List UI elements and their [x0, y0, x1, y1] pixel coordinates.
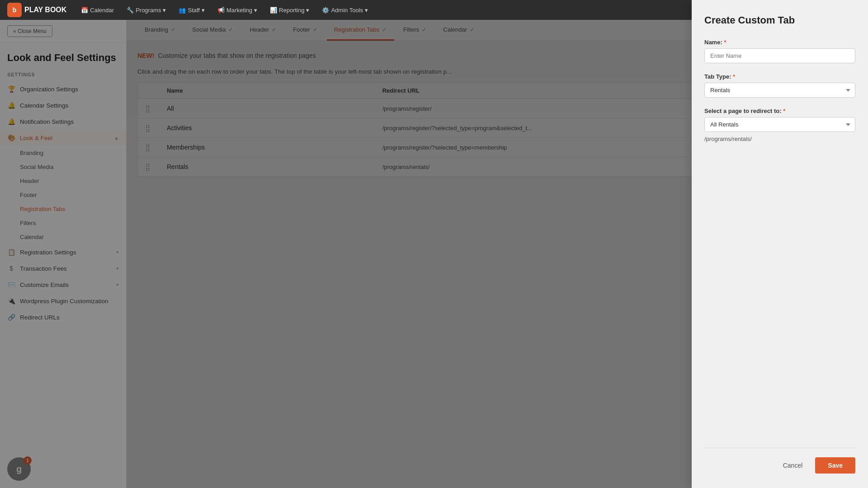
- required-star: *: [783, 108, 785, 114]
- create-custom-tab-panel: Create Custom Tab Name: * Tab Type: * Re…: [692, 0, 868, 488]
- redirect-label: Select a page to redirect to: *: [704, 108, 855, 114]
- chevron-down-icon: ▾: [306, 7, 309, 14]
- tab-type-form-group: Tab Type: * Rentals All Activities Membe…: [704, 73, 855, 98]
- redirect-url-preview: /programs/rentals/: [704, 136, 855, 142]
- admin-tools-icon: ⚙️: [322, 7, 329, 14]
- staff-icon: 👥: [179, 7, 186, 14]
- cancel-button[interactable]: Cancel: [776, 457, 810, 474]
- nav-marketing-label: Marketing: [226, 7, 252, 14]
- nav-calendar[interactable]: 📅 Calendar: [75, 0, 119, 20]
- nav-admin-tools-label: Admin Tools: [331, 7, 363, 14]
- redirect-form-group: Select a page to redirect to: * All Rent…: [704, 108, 855, 142]
- marketing-icon: 📢: [217, 7, 225, 14]
- required-star: *: [733, 73, 735, 80]
- programs-icon: 🔧: [127, 7, 134, 14]
- name-label: Name: *: [704, 39, 855, 46]
- redirect-select[interactable]: All Rentals All Activities Memberships: [704, 117, 855, 132]
- chevron-down-icon: ▾: [365, 7, 368, 14]
- logo-icon: b: [7, 3, 22, 17]
- calendar-icon: 📅: [81, 7, 88, 14]
- chevron-down-icon: ▾: [202, 7, 205, 14]
- nav-programs-label: Programs: [136, 7, 161, 14]
- modal-footer: Cancel Save: [704, 448, 855, 474]
- name-form-group: Name: *: [704, 39, 855, 63]
- nav-programs[interactable]: 🔧 Programs ▾: [121, 0, 171, 20]
- tab-type-label: Tab Type: *: [704, 73, 855, 80]
- required-star: *: [724, 39, 726, 46]
- nav-calendar-label: Calendar: [90, 7, 114, 14]
- chevron-down-icon: ▾: [163, 7, 166, 14]
- nav-reporting[interactable]: 📊 Reporting ▾: [264, 0, 315, 20]
- nav-staff-label: Staff: [188, 7, 200, 14]
- modal-title: Create Custom Tab: [704, 14, 855, 26]
- logo[interactable]: b PLAY BOOK: [7, 3, 66, 17]
- name-input[interactable]: [704, 48, 855, 63]
- nav-staff[interactable]: 👥 Staff ▾: [173, 0, 210, 20]
- nav-reporting-label: Reporting: [279, 7, 304, 14]
- tab-type-select[interactable]: Rentals All Activities Memberships Custo…: [704, 83, 855, 98]
- reporting-icon: 📊: [270, 7, 277, 14]
- save-button[interactable]: Save: [815, 457, 855, 474]
- chevron-down-icon: ▾: [254, 7, 257, 14]
- logo-text: PLAY BOOK: [24, 6, 66, 14]
- nav-marketing[interactable]: 📢 Marketing ▾: [212, 0, 263, 20]
- nav-admin-tools[interactable]: ⚙️ Admin Tools ▾: [316, 0, 373, 20]
- nav-items: 📅 Calendar 🔧 Programs ▾ 👥 Staff ▾ 📢 Mark…: [75, 0, 779, 20]
